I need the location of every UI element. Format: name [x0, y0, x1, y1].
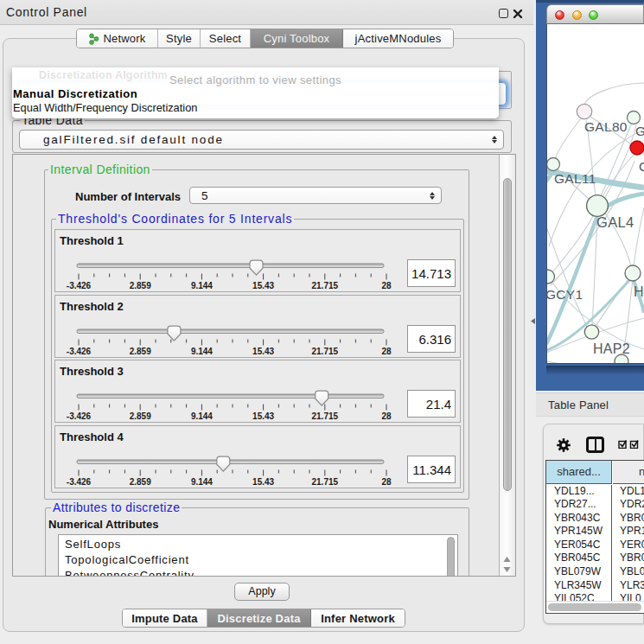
svg-text:21.715: 21.715 [312, 411, 339, 421]
svg-text:GAL80: GAL80 [584, 119, 628, 134]
svg-text:9.144: 9.144 [191, 347, 213, 356]
svg-text:C: C [639, 159, 644, 174]
svg-text:2.859: 2.859 [130, 411, 151, 421]
svg-text:15.43: 15.43 [252, 347, 274, 356]
svg-text:H: H [634, 284, 644, 299]
svg-text:2.859: 2.859 [130, 281, 151, 290]
svg-text:2.859: 2.859 [130, 477, 151, 487]
svg-text:21.715: 21.715 [312, 281, 339, 290]
svg-text:28: 28 [381, 411, 392, 421]
svg-text:GAL11: GAL11 [554, 171, 596, 186]
svg-text:GAL4: GAL4 [596, 214, 634, 230]
svg-text:9.144: 9.144 [191, 411, 213, 421]
svg-text:28: 28 [381, 281, 392, 290]
svg-text:9.144: 9.144 [191, 281, 213, 290]
svg-text:28: 28 [381, 477, 392, 487]
svg-text:28: 28 [381, 347, 392, 356]
svg-text:-3.426: -3.426 [67, 347, 92, 356]
svg-text:15.43: 15.43 [252, 411, 274, 421]
svg-text:15.43: 15.43 [252, 477, 274, 487]
svg-text:-3.426: -3.426 [67, 477, 92, 487]
svg-text:2.859: 2.859 [130, 347, 151, 356]
svg-text:GA: GA [635, 124, 644, 138]
svg-text:-3.426: -3.426 [67, 281, 92, 290]
svg-text:21.715: 21.715 [312, 477, 339, 487]
svg-text:21.715: 21.715 [312, 347, 339, 356]
svg-text:15.43: 15.43 [252, 281, 274, 290]
svg-text:-3.426: -3.426 [67, 411, 92, 421]
svg-text:GCY1: GCY1 [547, 287, 583, 302]
svg-text:9.144: 9.144 [191, 477, 213, 487]
svg-text:HAP2: HAP2 [593, 341, 630, 356]
